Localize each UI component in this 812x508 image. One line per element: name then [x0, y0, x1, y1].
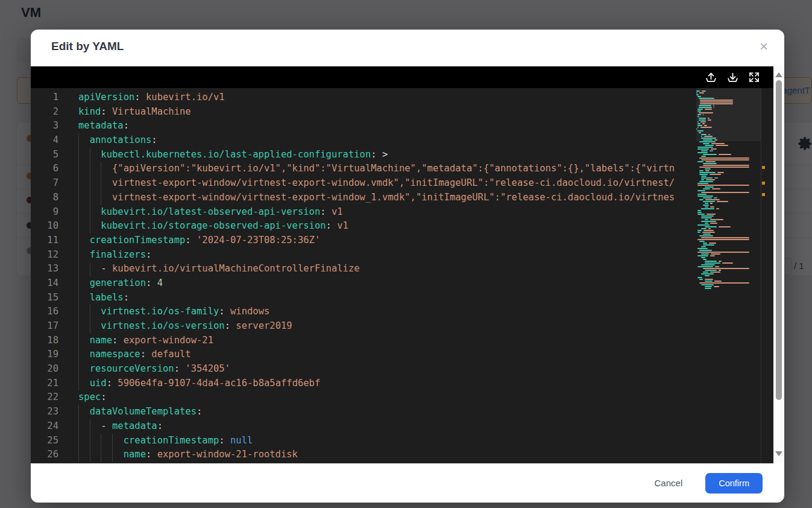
- edit-yaml-modal: Edit by YAML ×: [31, 30, 784, 503]
- line-number: 14: [31, 276, 58, 291]
- code-text: {"apiVersion":"kubevirt.io/v1","kind":"V…: [78, 162, 675, 176]
- upload-icon[interactable]: [705, 71, 717, 84]
- code-line[interactable]: 4 annotations:: [31, 133, 773, 148]
- minimap-line: [696, 148, 761, 150]
- modal-title: Edit by YAML: [51, 40, 124, 53]
- minimap-line: [696, 268, 761, 269]
- fullscreen-icon[interactable]: [748, 71, 760, 83]
- code-line[interactable]: 22spec:: [31, 390, 773, 405]
- line-number: 8: [31, 191, 58, 205]
- code-line[interactable]: 14 generation: 4: [31, 276, 773, 291]
- minimap-line: [696, 179, 761, 180]
- modal-scrollbar[interactable]: [773, 66, 784, 463]
- code-line[interactable]: 6 {"apiVersion":"kubevirt.io/v1","kind":…: [31, 162, 773, 176]
- minimap-slider[interactable]: [696, 88, 761, 141]
- minimap-line: [696, 214, 761, 215]
- code-line[interactable]: 2kind: VirtualMachine: [31, 105, 773, 119]
- code-line[interactable]: 12 finalizers:: [31, 248, 773, 262]
- line-number: 12: [31, 248, 58, 262]
- minimap-line: [696, 217, 761, 218]
- minimap-line: [696, 279, 761, 280]
- code-text: virtnest-export-window/virtnest-export-w…: [78, 176, 675, 191]
- minimap-line: [696, 188, 761, 189]
- code-line[interactable]: 7 virtnest-export-window/virtnest-export…: [31, 176, 773, 191]
- minimap-line: [696, 282, 761, 284]
- yaml-editor[interactable]: 1apiVersion: kubevirt.io/v12kind: Virtua…: [31, 66, 773, 463]
- minimap-line: [696, 230, 761, 231]
- code-text: virtnest.io/os-family: windows: [78, 305, 269, 319]
- code-line[interactable]: 15 labels:: [31, 291, 773, 305]
- line-number: 6: [31, 162, 58, 176]
- ruler-mark: [762, 182, 765, 185]
- minimap-line: [696, 255, 761, 256]
- minimap-line: [696, 154, 761, 155]
- minimap-line: [696, 203, 761, 204]
- code-line[interactable]: 24 - metadata:: [31, 419, 773, 434]
- overview-ruler: [761, 88, 773, 463]
- code-line[interactable]: 11 creationTimestamp: '2024-07-23T08:25:…: [31, 233, 773, 248]
- minimap-line: [696, 286, 761, 287]
- line-number: 25: [31, 434, 58, 448]
- line-number: 17: [31, 319, 58, 334]
- code-text: dataVolumeTemplates:: [78, 405, 202, 419]
- editor-minimap[interactable]: [696, 88, 761, 463]
- modal-header: Edit by YAML ×: [31, 30, 784, 66]
- code-line[interactable]: 8 virtnest-export-window/virtnest-export…: [31, 191, 773, 205]
- minimap-line: [696, 206, 761, 208]
- line-number: 16: [31, 305, 58, 319]
- minimap-line: [696, 246, 761, 247]
- minimap-line: [696, 161, 761, 162]
- confirm-button[interactable]: Confirm: [705, 473, 763, 494]
- scrollbar-thumb[interactable]: [776, 80, 782, 400]
- line-number: 19: [31, 348, 58, 362]
- code-line[interactable]: 20 resourceVersion: '354205': [31, 362, 773, 376]
- code-text: resourceVersion: '354205': [78, 362, 230, 376]
- code-text: spec:: [78, 390, 107, 405]
- code-line[interactable]: 17 virtnest.io/os-version: server2019: [31, 319, 773, 334]
- code-line[interactable]: 23 dataVolumeTemplates:: [31, 405, 773, 419]
- minimap-line: [696, 197, 761, 198]
- code-line[interactable]: 18 name: export-window-21: [31, 334, 773, 348]
- code-line[interactable]: 9 kubevirt.io/latest-observed-api-versio…: [31, 205, 773, 220]
- minimap-line: [696, 208, 761, 209]
- code-text: kubevirt.io/storage-observed-api-version…: [78, 219, 348, 233]
- code-text: kubectl.kubernetes.io/last-applied-confi…: [78, 148, 388, 162]
- code-line[interactable]: 21 uid: 5906e4fa-9107-4da4-ac16-b8a5affd…: [31, 376, 773, 391]
- line-number: 1: [31, 90, 58, 105]
- line-number: 21: [31, 376, 58, 391]
- close-icon[interactable]: ×: [755, 38, 772, 55]
- code-line[interactable]: 3metadata:: [31, 119, 773, 133]
- minimap-line: [696, 259, 761, 260]
- download-icon[interactable]: [726, 71, 739, 84]
- minimap-line: [696, 248, 761, 249]
- minimap-line: [696, 284, 761, 285]
- code-line[interactable]: 1apiVersion: kubevirt.io/v1: [31, 90, 773, 105]
- code-line[interactable]: 16 virtnest.io/os-family: windows: [31, 305, 773, 319]
- code-line[interactable]: 25 creationTimestamp: null: [31, 434, 773, 448]
- line-number: 22: [31, 390, 58, 405]
- minimap-line: [696, 250, 761, 251]
- minimap-line: [696, 150, 761, 151]
- code-text: labels:: [78, 291, 129, 305]
- scroll-up-arrow[interactable]: [775, 72, 782, 77]
- minimap-line: [696, 190, 761, 191]
- cancel-button[interactable]: Cancel: [651, 477, 687, 489]
- line-number: 11: [31, 233, 58, 248]
- yaml-code-area[interactable]: 1apiVersion: kubevirt.io/v12kind: Virtua…: [31, 88, 773, 463]
- scroll-down-arrow[interactable]: [775, 451, 782, 456]
- minimap-line: [696, 271, 761, 273]
- minimap-line: [696, 174, 761, 175]
- minimap-line: [696, 235, 761, 237]
- minimap-line: [696, 170, 761, 171]
- minimap-line: [696, 288, 761, 289]
- code-line[interactable]: 13 - kubevirt.io/virtualMachineControlle…: [31, 262, 773, 276]
- minimap-line: [696, 163, 761, 164]
- minimap-line: [696, 273, 761, 275]
- code-line[interactable]: 19 namespace: default: [31, 348, 773, 362]
- code-line[interactable]: 26 name: export-window-21-rootdisk: [31, 448, 773, 462]
- code-line[interactable]: 5 kubectl.kubernetes.io/last-applied-con…: [31, 148, 773, 162]
- minimap-line: [696, 264, 761, 265]
- code-text: kubevirt.io/latest-observed-api-version:…: [78, 205, 343, 220]
- code-line[interactable]: 10 kubevirt.io/storage-observed-api-vers…: [31, 219, 773, 233]
- code-text: generation: 4: [78, 276, 163, 291]
